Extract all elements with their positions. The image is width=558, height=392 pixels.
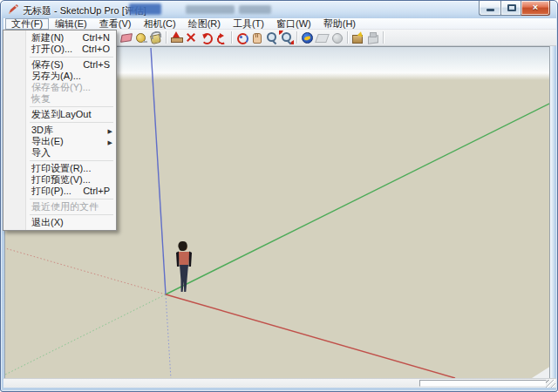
menu-item-3d-warehouse[interactable]: 3D库 ▶ — [4, 125, 115, 136]
menu-separator — [30, 122, 113, 123]
google-earth-icon[interactable] — [300, 30, 315, 44]
title-bar: 无标题 - SketchUp Pro [评估] × — [1, 1, 557, 18]
menubar-item-help[interactable]: 帮助(H) — [317, 18, 362, 30]
sketchup-app-icon — [7, 3, 19, 16]
close-button[interactable]: × — [521, 1, 550, 16]
menu-item-save[interactable]: 保存(S) Ctrl+S — [4, 59, 115, 71]
maximize-icon — [507, 4, 516, 11]
paint-bucket-icon[interactable] — [148, 30, 163, 44]
menu-item-new[interactable]: 新建(N) Ctrl+N — [4, 32, 115, 44]
measurement-input[interactable] — [419, 380, 547, 387]
tape-measure-icon[interactable] — [133, 30, 148, 44]
menu-separator — [30, 214, 113, 215]
menu-separator — [30, 106, 113, 107]
blurred-text-block — [186, 5, 235, 14]
status-bar — [3, 378, 556, 388]
window-right-frame — [549, 46, 555, 378]
toolbar-separator — [383, 31, 384, 44]
window-controls: × — [479, 1, 550, 16]
menu-item-send-to-layout[interactable]: 发送到LayOut — [4, 109, 115, 120]
menu-bar: 文件(F) 编辑(E) 查看(V) 相机(C) 绘图(R) 工具(T) 窗口(W… — [3, 18, 556, 30]
menu-item-recent-files: 最近使用的文件 — [4, 201, 115, 213]
menu-item-export[interactable]: 导出(E) ▶ — [4, 136, 115, 147]
pan-icon[interactable] — [249, 30, 264, 44]
move-icon[interactable] — [184, 30, 199, 44]
menubar-item-tools[interactable]: 工具(T) — [227, 18, 270, 30]
maximize-button[interactable] — [500, 1, 521, 16]
minimize-button[interactable] — [479, 1, 500, 16]
zoom-icon[interactable] — [264, 30, 279, 44]
3d-warehouse-icon[interactable] — [350, 30, 365, 44]
menu-item-save-backup: 保存备份(Y)... — [4, 82, 115, 93]
zoom-extents-icon[interactable] — [279, 30, 294, 44]
toolbar-separator — [231, 31, 232, 44]
menu-item-revert: 恢复 — [4, 93, 115, 105]
menubar-item-draw[interactable]: 绘图(R) — [182, 18, 227, 30]
share-model-icon[interactable] — [365, 30, 380, 44]
minimize-icon — [487, 9, 494, 11]
menu-item-save-as[interactable]: 另存为(A)... — [4, 71, 115, 82]
blurred-text-block — [129, 3, 161, 15]
file-menu: 新建(N) Ctrl+N 打开(O)... Ctrl+O 保存(S) Ctrl+… — [3, 30, 117, 231]
blurred-text-block — [239, 5, 271, 14]
menu-item-open[interactable]: 打开(O)... Ctrl+O — [4, 44, 115, 55]
toolbar-separator — [347, 31, 348, 44]
menu-item-import[interactable]: 导入 — [4, 147, 115, 159]
sketchup-window: 无标题 - SketchUp Pro [评估] × 文件(F) 编辑(E) 查看… — [0, 0, 558, 392]
menu-separator — [30, 57, 113, 57]
menubar-item-file[interactable]: 文件(F) — [5, 18, 49, 30]
toolbar-separator — [296, 31, 297, 44]
close-icon: × — [533, 2, 538, 12]
photo-textures-icon[interactable] — [315, 30, 330, 44]
menubar-item-view[interactable]: 查看(V) — [93, 18, 138, 30]
menu-item-exit[interactable]: 退出(X) — [4, 217, 115, 228]
toggle-terrain-icon[interactable] — [330, 30, 344, 44]
eraser-icon[interactable] — [119, 30, 133, 44]
canvas-corner-wedge — [532, 366, 551, 378]
push-pull-icon[interactable] — [169, 30, 184, 44]
resize-grip-icon[interactable] — [546, 380, 555, 388]
offset-icon[interactable] — [214, 30, 228, 44]
menu-separator — [30, 160, 113, 161]
person-figure[interactable] — [174, 240, 193, 294]
menu-separator — [30, 199, 113, 199]
menu-item-print-preview[interactable]: 打印预览(V)... — [4, 174, 115, 186]
rotate-icon[interactable] — [199, 30, 214, 44]
menubar-item-camera[interactable]: 相机(C) — [137, 18, 181, 30]
menubar-item-edit[interactable]: 编辑(E) — [49, 18, 93, 30]
orbit-icon[interactable] — [235, 30, 249, 44]
menubar-item-window[interactable]: 窗口(W) — [270, 18, 317, 30]
menu-item-print-setup[interactable]: 打印设置(R)... — [4, 163, 115, 174]
toolbar-separator — [166, 31, 167, 44]
window-title: 无标题 - SketchUp Pro [评估] — [23, 4, 146, 17]
menu-item-print[interactable]: 打印(P)... Ctrl+P — [4, 186, 115, 197]
